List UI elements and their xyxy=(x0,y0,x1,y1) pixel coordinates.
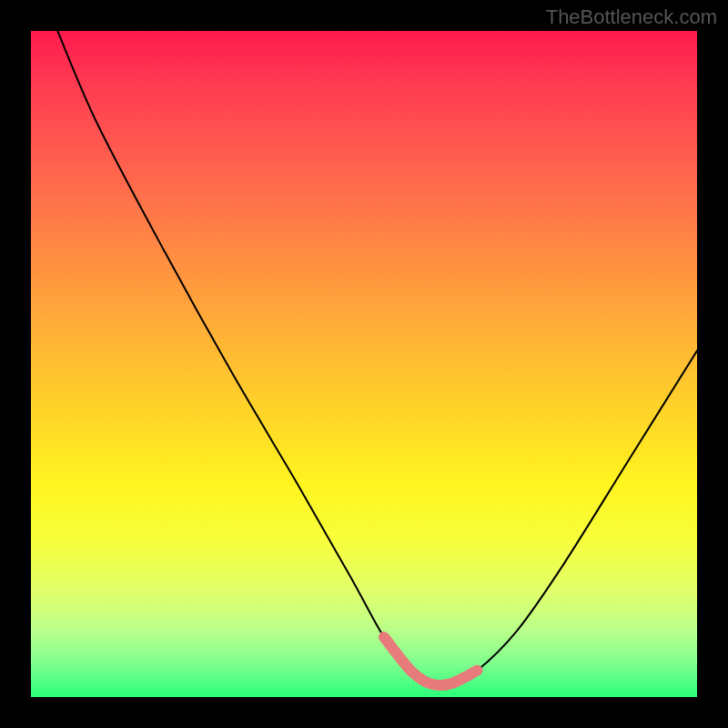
watermark-text: TheBottleneck.com xyxy=(546,5,717,29)
chart-plot-area xyxy=(31,31,697,697)
bottleneck-curve xyxy=(31,31,697,697)
